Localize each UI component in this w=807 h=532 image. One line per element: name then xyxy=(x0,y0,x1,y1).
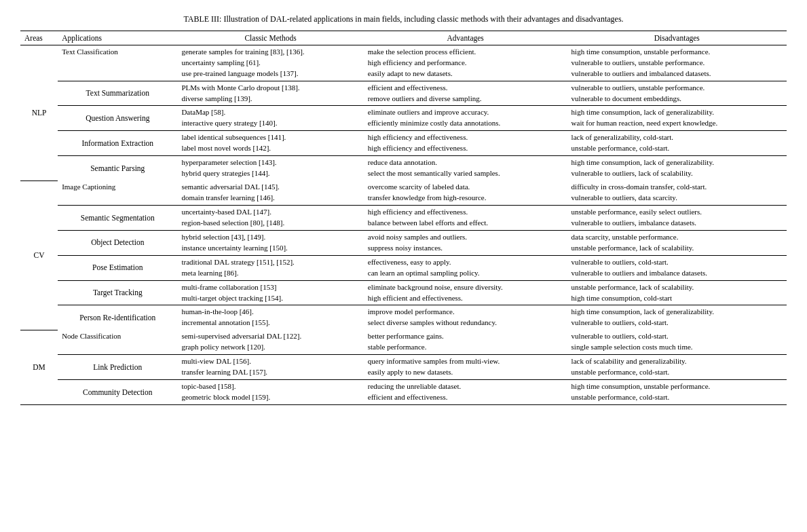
advantages-cell: eliminate outliers and improve accuracy.… xyxy=(364,106,567,131)
table-row: DMNode Classificationsemi-supervised adv… xyxy=(20,330,787,354)
advantages-cell: reduce data annotation.select the most s… xyxy=(364,156,567,180)
application-cell: Pose Estimation xyxy=(58,255,177,280)
disadvantages-cell: high time consumption, unstable performa… xyxy=(567,380,787,405)
disadvantages-cell: unstable performance, lack of scalabilit… xyxy=(567,280,787,305)
application-cell: Question Answering xyxy=(58,106,177,131)
table-row: Object Detectionhybrid selection [43], [… xyxy=(20,230,787,255)
application-cell: Target Tracking xyxy=(58,280,177,305)
methods-cell: traditional DAL strategy [151], [152].me… xyxy=(177,255,363,280)
application-cell: Text Summarization xyxy=(58,81,177,106)
col-areas: Areas xyxy=(20,31,58,45)
methods-cell: DataMap [58].interactive query strategy … xyxy=(177,106,363,131)
methods-cell: generate samples for training [83], [136… xyxy=(177,45,363,81)
methods-cell: human-in-the-loop [46].incremental annot… xyxy=(177,305,363,330)
main-table: Areas Applications Classic Methods Advan… xyxy=(20,31,787,405)
table-row: Person Re-identificationhuman-in-the-loo… xyxy=(20,305,787,330)
area-cell: DM xyxy=(20,330,58,404)
table-row: Target Trackingmulti-frame collaboration… xyxy=(20,280,787,305)
table-row: Question AnsweringDataMap [58].interacti… xyxy=(20,106,787,131)
disadvantages-cell: vulnerable to outliers, cold-start.vulne… xyxy=(567,255,787,280)
advantages-cell: high efficiency and effectiveness.balanc… xyxy=(364,205,567,230)
application-cell: Person Re-identification xyxy=(58,305,177,330)
advantages-cell: improve model performance.select diverse… xyxy=(364,305,567,330)
methods-cell: topic-based [158].geometric block model … xyxy=(177,380,363,405)
col-advantages: Advantages xyxy=(364,31,567,45)
disadvantages-cell: high time consumption, lack of generaliz… xyxy=(567,106,787,131)
table-row: Link Predictionmulti-view DAL [156].tran… xyxy=(20,355,787,380)
methods-cell: label identical subsequences [141].label… xyxy=(177,131,363,156)
application-cell: Object Detection xyxy=(58,230,177,255)
advantages-cell: effectiveness, easy to apply.can learn a… xyxy=(364,255,567,280)
application-cell: Text Classification xyxy=(58,45,177,81)
table-row: Semantic Segmentationuncertainty-based D… xyxy=(20,205,787,230)
application-cell: Node Classification xyxy=(58,330,177,354)
methods-cell: uncertainty-based DAL [147].region-based… xyxy=(177,205,363,230)
methods-cell: hyperparameter selection [143].hybrid qu… xyxy=(177,156,363,180)
methods-cell: multi-frame collaboration [153]multi-tar… xyxy=(177,280,363,305)
methods-cell: PLMs with Monte Carlo dropout [138].dive… xyxy=(177,81,363,106)
table-caption: TABLE III: Illustration of DAL-related a… xyxy=(20,14,787,25)
advantages-cell: make the selection process efficient.hig… xyxy=(364,45,567,81)
table-row: NLPText Classificationgenerate samples f… xyxy=(20,45,787,81)
advantages-cell: query informative samples from multi-vie… xyxy=(364,355,567,380)
application-cell: Community Detection xyxy=(58,380,177,405)
application-cell: Information Extraction xyxy=(58,131,177,156)
col-methods: Classic Methods xyxy=(177,31,363,45)
application-cell: Link Prediction xyxy=(58,355,177,380)
methods-cell: hybrid selection [43], [149].instance un… xyxy=(177,230,363,255)
application-cell: Image Captioning xyxy=(58,180,177,205)
disadvantages-cell: lack of scalability and generalizability… xyxy=(567,355,787,380)
advantages-cell: efficient and effectiveness.remove outli… xyxy=(364,81,567,106)
application-cell: Semantic Parsing xyxy=(58,156,177,180)
disadvantages-cell: high time consumption, lack of generaliz… xyxy=(567,305,787,330)
methods-cell: multi-view DAL [156].transfer learning D… xyxy=(177,355,363,380)
area-cell: NLP xyxy=(20,45,58,180)
disadvantages-cell: high time consumption, unstable performa… xyxy=(567,45,787,81)
disadvantages-cell: vulnerable to outliers, unstable perform… xyxy=(567,81,787,106)
disadvantages-cell: lack of generalizability, cold-start.uns… xyxy=(567,131,787,156)
advantages-cell: eliminate background noise, ensure diver… xyxy=(364,280,567,305)
table-row: Pose Estimationtraditional DAL strategy … xyxy=(20,255,787,280)
advantages-cell: high efficiency and effectiveness.high e… xyxy=(364,131,567,156)
advantages-cell: avoid noisy samples and outliers.suppres… xyxy=(364,230,567,255)
table-row: Semantic Parsinghyperparameter selection… xyxy=(20,156,787,180)
disadvantages-cell: high time consumption, lack of generaliz… xyxy=(567,156,787,180)
col-applications: Applications xyxy=(58,31,177,45)
header-row: Areas Applications Classic Methods Advan… xyxy=(20,31,787,45)
advantages-cell: overcome scarcity of labeled data.transf… xyxy=(364,180,567,205)
table-row: Community Detectiontopic-based [158].geo… xyxy=(20,380,787,405)
table-row: CVImage Captioningsemantic adversarial D… xyxy=(20,180,787,205)
methods-cell: semantic adversarial DAL [145].domain tr… xyxy=(177,180,363,205)
disadvantages-cell: unstable performance, easily select outl… xyxy=(567,205,787,230)
application-cell: Semantic Segmentation xyxy=(58,205,177,230)
disadvantages-cell: vulnerable to outliers, cold-start.singl… xyxy=(567,330,787,354)
advantages-cell: reducing the unreliable dataset.efficien… xyxy=(364,380,567,405)
area-cell: CV xyxy=(20,180,58,330)
table-row: Text SummarizationPLMs with Monte Carlo … xyxy=(20,81,787,106)
col-disadvantages: Disadvantages xyxy=(567,31,787,45)
disadvantages-cell: data scarcity, unstable performance.unst… xyxy=(567,230,787,255)
disadvantages-cell: difficulty in cross-domain transfer, col… xyxy=(567,180,787,205)
advantages-cell: better performance gains.stable performa… xyxy=(364,330,567,354)
methods-cell: semi-supervised adversarial DAL [122].gr… xyxy=(177,330,363,354)
table-row: Information Extractionlabel identical su… xyxy=(20,131,787,156)
